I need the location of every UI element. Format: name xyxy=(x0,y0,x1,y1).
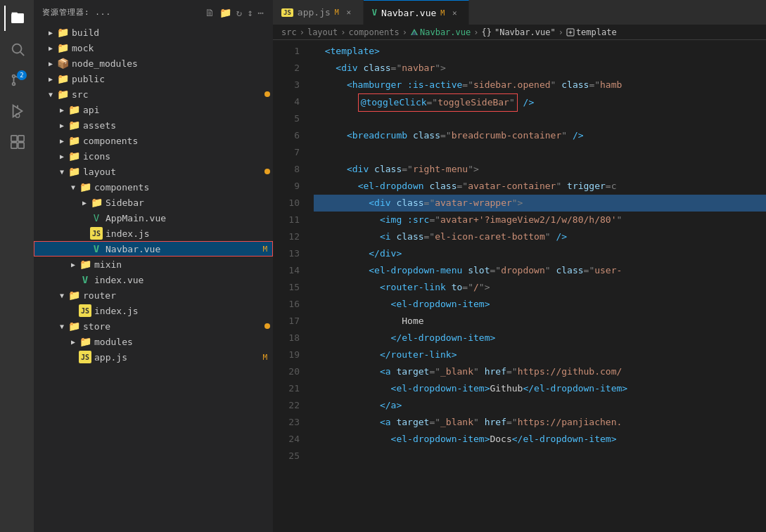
breadcrumb: src › layout › components › Navbar.vue ›… xyxy=(273,25,766,40)
modified-badge: M xyxy=(262,353,273,362)
svg-line-2 xyxy=(20,52,24,56)
tree-label: modules xyxy=(94,337,273,347)
code-line-21: <el-dropdown-item>Github</el-dropdown-it… xyxy=(314,380,766,397)
js-icon: JS xyxy=(79,351,91,363)
tree-item-store-app[interactable]: ▶ JS app.js M xyxy=(34,349,273,365)
code-line-1: <template> xyxy=(314,43,766,60)
code-line-3: <hamburger :is-active="sidebar.opened" c… xyxy=(314,77,766,93)
tab-modified-indicator: M xyxy=(440,9,445,17)
tree-label: Navbar.vue xyxy=(106,244,262,254)
tree-item-sidebar-folder[interactable]: ▶ 📁 Sidebar xyxy=(34,195,273,210)
tree-item-mixin[interactable]: ▶ 📁 mixin xyxy=(34,257,273,272)
sidebar-header-icons: 🗎 📁 ↻ ↕ ⋯ xyxy=(205,7,264,18)
source-control-badge: 2 xyxy=(17,70,27,80)
run-icon[interactable] xyxy=(4,98,30,124)
arrow-icon: ▶ xyxy=(68,261,79,268)
breadcrumb-name[interactable]: "Navbar.vue" xyxy=(494,27,556,37)
tree-item-build[interactable]: ▶ 📁 build xyxy=(34,25,273,40)
tree-item-navbar-vue[interactable]: ▶ V Navbar.vue M xyxy=(34,241,273,257)
svg-rect-12 xyxy=(18,136,24,141)
code-line-20: <a target="_blank" href="https://github.… xyxy=(314,363,766,380)
breadcrumb-sep: › xyxy=(558,27,563,37)
breadcrumb-src[interactable]: src xyxy=(281,27,297,37)
modified-indicator xyxy=(264,323,270,329)
tab-close-button[interactable]: ✕ xyxy=(343,7,355,18)
tree-item-store[interactable]: ▼ 📁 store xyxy=(34,318,273,334)
breadcrumb-layout[interactable]: layout xyxy=(307,27,338,37)
breadcrumb-sep: › xyxy=(340,27,345,37)
folder-icon: 📁 xyxy=(79,258,91,271)
code-line-6: <breadcrumb class="breadcrumb-container"… xyxy=(314,127,766,144)
svg-point-4 xyxy=(13,83,15,86)
code-line-24: <el-dropdown-item>Docs</el-dropdown-item… xyxy=(314,431,766,448)
svg-rect-11 xyxy=(11,136,17,141)
files-icon[interactable] xyxy=(4,6,30,31)
breadcrumb-obj[interactable]: {} xyxy=(481,27,491,37)
tree-item-api[interactable]: ▶ 📁 api xyxy=(34,102,273,117)
code-line-12: <i class="el-icon-caret-bottom" /> xyxy=(314,228,766,245)
sidebar-header: 资源管理器: ... 🗎 📁 ↻ ↕ ⋯ xyxy=(34,0,273,25)
code-line-15: <router-link to="/"> xyxy=(314,279,766,296)
breadcrumb-navbar[interactable]: Navbar.vue xyxy=(410,27,471,37)
tree-item-icons[interactable]: ▶ 📁 icons xyxy=(34,148,273,164)
folder-src-icon: 📁 xyxy=(56,88,69,100)
breadcrumb-template[interactable]: template xyxy=(566,27,617,37)
activity-bar: 2 xyxy=(0,0,34,532)
vue-icon: V xyxy=(90,242,103,255)
arrow-icon: ▶ xyxy=(45,60,56,67)
tree-item-public[interactable]: ▶ 📁 public xyxy=(34,71,273,86)
modified-indicator xyxy=(264,91,270,97)
breadcrumb-sep: › xyxy=(473,27,478,37)
new-file-icon[interactable]: 🗎 xyxy=(205,7,215,18)
collapse-icon[interactable]: ↕ xyxy=(247,7,253,18)
tree-item-modules[interactable]: ▶ 📁 modules xyxy=(34,334,273,349)
folder-icon: 📁 xyxy=(56,26,69,39)
arrow-icon: ▶ xyxy=(45,44,56,52)
tree-label: assets xyxy=(83,120,273,131)
extensions-icon[interactable] xyxy=(4,129,30,155)
tree-label: api xyxy=(83,105,273,115)
tree-item-assets[interactable]: ▶ 📁 assets xyxy=(34,117,273,133)
code-line-4: @toggleClick="toggleSideBar" /> xyxy=(314,93,766,110)
tree-item-index-vue[interactable]: ▶ V index.vue xyxy=(34,272,273,287)
more-icon[interactable]: ⋯ xyxy=(258,7,264,18)
tree-item-layout[interactable]: ▼ 📁 layout xyxy=(34,164,273,179)
js-icon: JS xyxy=(90,227,103,240)
code-line-25 xyxy=(314,448,766,465)
code-line-5 xyxy=(314,110,766,127)
svg-rect-14 xyxy=(18,143,24,148)
tree-item-node-modules[interactable]: ▶ 📦 node_modules xyxy=(34,56,273,71)
search-icon[interactable] xyxy=(4,37,30,62)
code-line-17: Home xyxy=(314,313,766,330)
folder-icon: 📁 xyxy=(68,289,80,301)
code-editor[interactable]: 12345 678910 1112131415 1617181920 21222… xyxy=(273,40,766,532)
new-folder-icon[interactable]: 📁 xyxy=(219,7,232,18)
arrow-icon: ▶ xyxy=(45,29,56,37)
code-line-22: </a> xyxy=(314,397,766,414)
file-tree: ▶ 📁 build ▶ 📁 mock ▶ 📦 node_modules ▶ 📁 … xyxy=(34,25,273,532)
tree-item-mock[interactable]: ▶ 📁 mock xyxy=(34,40,273,56)
tree-label: components xyxy=(83,136,273,146)
breadcrumb-components[interactable]: components xyxy=(349,27,400,37)
tree-label: Sidebar xyxy=(106,197,273,208)
tree-label: index.js xyxy=(94,306,273,316)
tab-app-js[interactable]: JS app.js M ✕ xyxy=(273,0,364,25)
tree-item-components[interactable]: ▶ 📁 components xyxy=(34,133,273,148)
tab-navbar-vue[interactable]: V Navbar.vue M ✕ xyxy=(364,0,470,25)
tree-label: node_modules xyxy=(72,58,273,69)
arrow-icon: ▼ xyxy=(56,292,68,299)
tree-item-index-js[interactable]: ▶ JS index.js xyxy=(34,226,273,241)
tree-label: src xyxy=(72,89,264,100)
folder-icon: 📁 xyxy=(79,181,91,193)
vue-icon: V xyxy=(79,273,91,286)
tree-item-appmain[interactable]: ▶ V AppMain.vue xyxy=(34,210,273,226)
tree-item-router[interactable]: ▼ 📁 router xyxy=(34,287,273,303)
tree-item-src[interactable]: ▼ 📁 src xyxy=(34,86,273,102)
source-control-icon[interactable]: 2 xyxy=(4,67,30,93)
refresh-icon[interactable]: ↻ xyxy=(236,7,243,18)
tree-item-layout-components[interactable]: ▼ 📁 components xyxy=(34,179,273,195)
tab-close-button[interactable]: ✕ xyxy=(449,7,460,18)
folder-icon: 📁 xyxy=(68,134,80,147)
tree-item-router-index[interactable]: ▶ JS index.js xyxy=(34,303,273,318)
folder-layout-icon: 📁 xyxy=(68,165,80,178)
